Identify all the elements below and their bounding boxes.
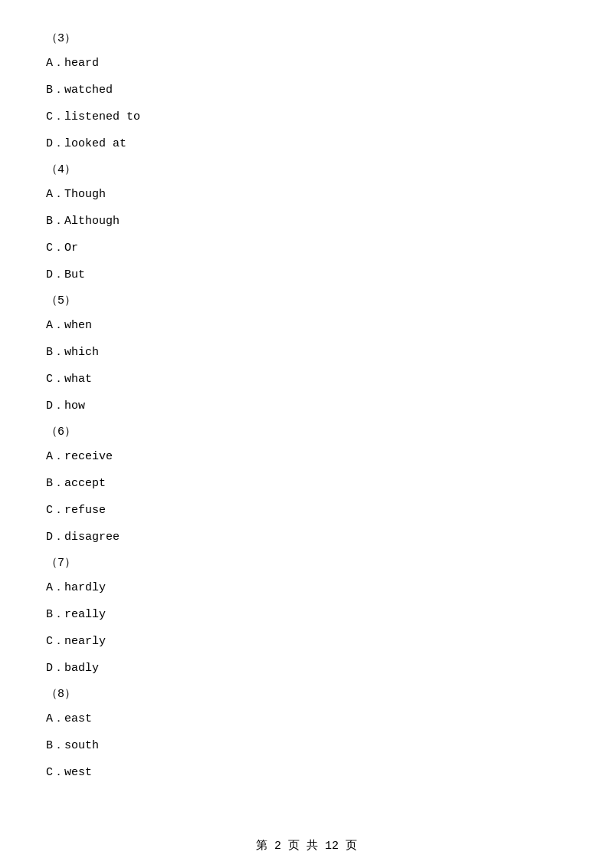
option-7-3: D．badly xyxy=(46,658,567,679)
option-8-1: B．south xyxy=(46,735,567,756)
page-footer: 第 2 页 共 12 页 xyxy=(0,838,613,853)
option-7-0: A．hardly xyxy=(46,577,567,598)
section-number-7: （7） xyxy=(46,555,567,570)
option-8-0: A．east xyxy=(46,709,567,729)
option-4-1: B．Although xyxy=(46,211,567,232)
option-7-2: C．nearly xyxy=(46,631,567,652)
option-4-2: C．Or xyxy=(46,238,567,258)
option-4-3: D．But xyxy=(46,265,567,285)
option-3-2: C．listened to xyxy=(46,107,567,127)
option-6-1: B．accept xyxy=(46,473,567,494)
option-4-0: A．Though xyxy=(46,184,567,205)
option-8-2: C．west xyxy=(46,762,567,783)
option-3-1: B．watched xyxy=(46,80,567,100)
option-6-2: C．refuse xyxy=(46,500,567,521)
option-5-3: D．how xyxy=(46,396,567,416)
footer-text: 第 2 页 共 12 页 xyxy=(256,840,357,853)
option-3-3: D．looked at xyxy=(46,133,567,154)
main-content: （3）A．heardB．watchedC．listened toD．looked… xyxy=(0,0,613,835)
section-number-5: （5） xyxy=(46,293,567,307)
option-5-1: B．which xyxy=(46,342,567,363)
option-5-0: A．when xyxy=(46,315,567,336)
section-number-8: （8） xyxy=(46,686,567,701)
section-number-3: （3） xyxy=(46,31,567,45)
section-number-4: （4） xyxy=(46,162,567,176)
option-5-2: C．what xyxy=(46,369,567,390)
option-3-0: A．heard xyxy=(46,53,567,74)
option-6-3: D．disagree xyxy=(46,527,567,547)
option-7-1: B．really xyxy=(46,604,567,625)
option-6-0: A．receive xyxy=(46,446,567,467)
section-number-6: （6） xyxy=(46,424,567,439)
